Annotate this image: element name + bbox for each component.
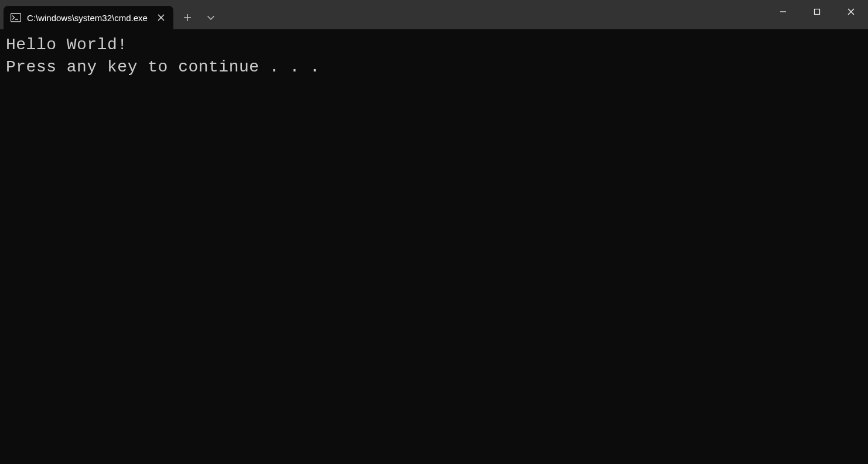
terminal-line: Hello World! (6, 36, 128, 54)
tab-actions (176, 6, 223, 29)
terminal-line: Press any key to continue . . . (6, 58, 320, 76)
chevron-down-icon (207, 13, 215, 22)
tab-close-button[interactable] (155, 11, 168, 24)
tab-title: C:\windows\system32\cmd.exe (27, 13, 149, 23)
svg-rect-7 (815, 9, 820, 15)
window-controls (766, 0, 868, 29)
tab-strip: C:\windows\system32\cmd.exe (0, 0, 223, 29)
terminal-window: C:\windows\system32\cmd.exe (0, 0, 868, 464)
plus-icon (183, 13, 192, 22)
tab-dropdown-button[interactable] (199, 6, 223, 29)
minimize-button[interactable] (766, 0, 800, 23)
new-tab-button[interactable] (176, 6, 199, 29)
titlebar: C:\windows\system32\cmd.exe (0, 0, 868, 29)
close-icon (158, 14, 165, 21)
svg-rect-0 (11, 13, 21, 22)
tab-cmd[interactable]: C:\windows\system32\cmd.exe (4, 6, 173, 29)
cmd-icon (11, 12, 21, 23)
minimize-icon (780, 8, 787, 15)
maximize-button[interactable] (800, 0, 834, 23)
close-icon (848, 8, 855, 15)
close-window-button[interactable] (834, 0, 868, 23)
terminal-output[interactable]: Hello World! Press any key to continue .… (0, 29, 868, 464)
maximize-icon (814, 8, 821, 15)
